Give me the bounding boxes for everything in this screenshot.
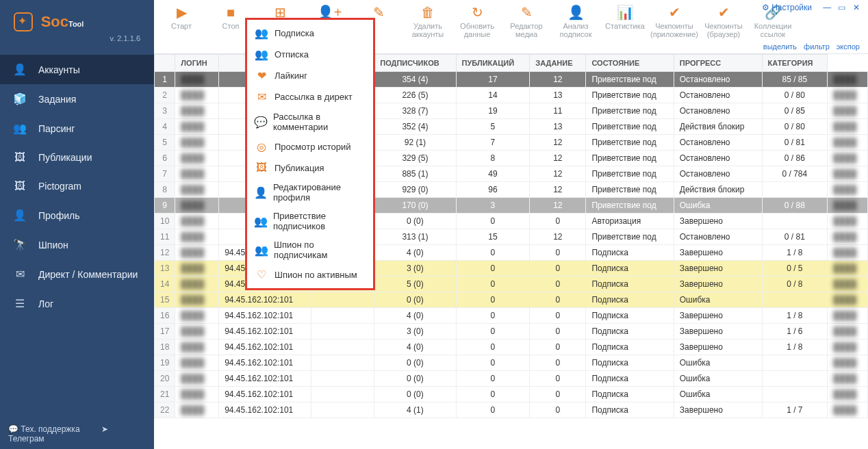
subfilter-0[interactable]: выделить xyxy=(763,42,797,51)
toolbar-button-0[interactable]: ▶Старт xyxy=(157,4,206,40)
table-row[interactable]: 18████94.45.162.102:1014 (0)00ПодпискаЗа… xyxy=(155,339,868,355)
cell-pub: 13 xyxy=(530,119,586,135)
cell-followers: 0 xyxy=(456,387,530,402)
cell-state: Действия блокир xyxy=(674,119,762,135)
cell-progress: 1 / 8 xyxy=(762,245,828,261)
cell-followers: 15 xyxy=(456,229,530,245)
support-link[interactable]: 💬 Тех. поддержка xyxy=(8,424,90,434)
dropdown-item-10[interactable]: ♡Шпион по активным xyxy=(247,264,373,285)
table-row[interactable]: 22████94.45.162.102:1014 (1)00ПодпискаЗа… xyxy=(155,402,868,418)
sidebar-item-5[interactable]: 👤Профиль xyxy=(0,201,154,230)
sidebar-item-4[interactable]: 🖼Pictogram xyxy=(0,172,154,201)
sidebar-item-label: Аккаунты xyxy=(38,64,80,75)
cell-task: Подписка xyxy=(586,387,674,402)
sidebar-item-label: Лог xyxy=(38,298,53,309)
settings-button[interactable]: ⚙ Настройки xyxy=(762,3,812,12)
maximize-button[interactable]: ▭ xyxy=(836,3,848,12)
cell-sub xyxy=(311,324,374,339)
cell-login: ████ xyxy=(175,261,219,277)
dropdown-item-9[interactable]: 👥Шпион по подписчикам xyxy=(247,235,373,264)
toolbar-icon: 📊 xyxy=(600,4,650,21)
cell-category: ████ xyxy=(828,198,868,214)
col-header-8[interactable]: КАТЕГОРИЯ xyxy=(762,55,828,72)
cell-subcount: 352 (4) xyxy=(374,119,456,135)
dropdown-item-2[interactable]: ❤Лайкинг xyxy=(247,65,373,86)
cell-followers: 49 xyxy=(456,166,530,182)
cell-category: ████ xyxy=(828,214,868,229)
cell-pub: 0 xyxy=(530,308,586,324)
sidebar-item-6[interactable]: 🔭Шпион xyxy=(0,230,154,259)
table-row[interactable]: 21████94.45.162.102:1010 (0)00ПодпискаОш… xyxy=(155,387,868,402)
cell-progress xyxy=(762,292,828,308)
cell-pub: 0 xyxy=(530,214,586,229)
row-number: 14 xyxy=(155,277,175,292)
table-row[interactable]: 16████94.45.162.102:1014 (0)00ПодпискаЗа… xyxy=(155,308,868,324)
row-number: 16 xyxy=(155,308,175,324)
cell-pub: 11 xyxy=(530,103,586,119)
toolbar-button-5[interactable]: 🗑Удалить аккаунты xyxy=(403,4,452,40)
minimize-button[interactable]: — xyxy=(821,3,833,12)
cell-progress xyxy=(762,182,828,198)
sidebar-item-3[interactable]: 🖼Публикации xyxy=(0,143,154,172)
toolbar-button-11[interactable]: ✔Чекпоинты (браузер) xyxy=(699,4,748,40)
cell-login: ████ xyxy=(175,355,219,371)
cell-proxy: 94.45.162.102:101 xyxy=(219,387,311,402)
col-header-5[interactable]: ЗАДАНИЕ xyxy=(530,55,586,72)
col-header-3[interactable]: ПОДПИСЧИКОВ xyxy=(374,55,456,72)
toolbar-button-7[interactable]: ✎Редактор медиа xyxy=(502,4,551,40)
cell-task: Приветствие под xyxy=(586,151,674,166)
col-header-7[interactable]: ПРОГРЕСС xyxy=(674,55,762,72)
cell-subcount: 4 (0) xyxy=(374,308,456,324)
row-number: 11 xyxy=(155,229,175,245)
toolbar-button-6[interactable]: ↻Обновить данные xyxy=(452,4,502,40)
table-row[interactable]: 20████94.45.162.102:1010 (0)00ПодпискаОш… xyxy=(155,371,868,387)
close-button[interactable]: ✕ xyxy=(850,3,863,12)
sidebar-item-7[interactable]: ✉Директ / Комментарии xyxy=(0,259,154,289)
subfilter-1[interactable]: фильтр xyxy=(804,42,830,51)
row-number: 13 xyxy=(155,261,175,277)
col-header-6[interactable]: СОСТОЯНИЕ xyxy=(586,55,674,72)
cell-task: Приветствие под xyxy=(586,135,674,151)
cell-task: Подписка xyxy=(586,277,674,292)
cell-state: Завершено xyxy=(674,261,762,277)
table-row[interactable]: 15████94.45.162.102:1010 (0)00ПодпискаОш… xyxy=(155,292,868,308)
toolbar-button-8[interactable]: 👤Анализ подписок xyxy=(551,4,600,40)
new-task-dropdown: 👥Подписка👥Отписка❤Лайкинг✉Рассылка в дир… xyxy=(245,18,375,290)
cell-state: Ошибка xyxy=(674,371,762,387)
table-row[interactable]: 17████94.45.162.102:1013 (0)00ПодпискаЗа… xyxy=(155,324,868,339)
cell-followers: 0 xyxy=(456,261,530,277)
dropdown-item-0[interactable]: 👥Подписка xyxy=(247,23,373,44)
col-header-4[interactable]: ПУБЛИКАЦИЙ xyxy=(456,55,530,72)
cell-task: Приветствие под xyxy=(586,119,674,135)
sidebar-item-2[interactable]: 👥Парсинг xyxy=(0,114,154,143)
dropdown-item-icon: ❤ xyxy=(254,69,269,82)
dropdown-item-1[interactable]: 👥Отписка xyxy=(247,44,373,65)
cell-subcount: 0 (0) xyxy=(374,214,456,229)
sidebar-item-0[interactable]: 👤Аккаунты xyxy=(0,55,154,84)
sidebar-item-label: Профиль xyxy=(38,210,79,221)
cell-followers: 8 xyxy=(456,151,530,166)
sidebar-item-8[interactable]: ☰Лог xyxy=(0,289,154,318)
table-row[interactable]: 19████94.45.162.102:1010 (0)00ПодпискаОш… xyxy=(155,355,868,371)
dropdown-item-5[interactable]: ◎Просмотр историй xyxy=(247,136,373,157)
cell-followers: 0 xyxy=(456,277,530,292)
cell-state: Ошибка xyxy=(674,198,762,214)
dropdown-item-icon: ✉ xyxy=(254,90,269,103)
toolbar-button-10[interactable]: ✔Чекпоинты (приложение) xyxy=(650,4,699,40)
cell-login: ████ xyxy=(175,198,219,214)
col-header-0[interactable]: ЛОГИН xyxy=(175,55,219,72)
dropdown-item-6[interactable]: 🖼Публикация xyxy=(247,157,373,178)
cell-login: ████ xyxy=(175,245,219,261)
toolbar-button-9[interactable]: 📊Статистика xyxy=(600,4,650,40)
dropdown-item-8[interactable]: 👥Приветствие подписчиков xyxy=(247,207,373,235)
dropdown-item-7[interactable]: 👤Редактирование профиля xyxy=(247,178,373,207)
cell-progress xyxy=(762,355,828,371)
dropdown-item-3[interactable]: ✉Рассылка в директ xyxy=(247,86,373,107)
cell-login: ████ xyxy=(175,182,219,198)
cell-category: ████ xyxy=(828,72,868,88)
subfilter-2[interactable]: экспор xyxy=(837,42,860,51)
toolbar-icon: ▶ xyxy=(157,4,206,21)
dropdown-item-4[interactable]: 💬Рассылка в комментарии xyxy=(247,107,373,136)
cell-subcount: 170 (0) xyxy=(374,198,456,214)
sidebar-item-1[interactable]: 🧊Задания xyxy=(0,84,154,114)
